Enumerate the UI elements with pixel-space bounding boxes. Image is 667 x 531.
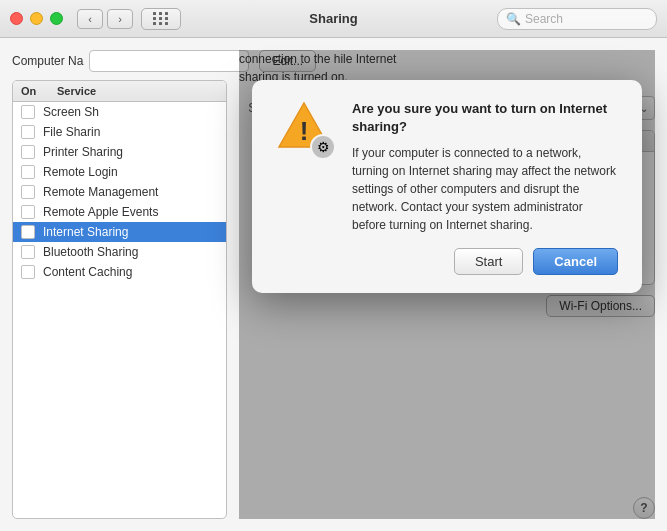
service-rows: Screen ShFile SharinPrinter SharingRemot… [13,102,226,282]
service-checkbox-internet-sharing[interactable] [21,225,35,239]
service-label-remote-apple-events: Remote Apple Events [43,205,158,219]
forward-button[interactable]: › [107,9,133,29]
service-row-file-sharing[interactable]: File Sharin [13,122,226,142]
modal-text-area: Are you sure you want to turn on Interne… [352,100,618,234]
back-button[interactable]: ‹ [77,9,103,29]
service-label-remote-management: Remote Management [43,185,158,199]
service-checkbox-file-sharing[interactable] [21,125,35,139]
col-on-header: On [21,85,57,97]
close-button[interactable] [10,12,23,25]
gear-badge-icon: ⚙ [310,134,336,160]
svg-text:!: ! [300,116,309,146]
search-placeholder: Search [525,12,563,26]
service-row-bluetooth-sharing[interactable]: Bluetooth Sharing [13,242,226,262]
right-panel-wrapper: connection to the hile Internet sharing … [239,50,655,519]
service-checkbox-remote-apple-events[interactable] [21,205,35,219]
modal-overlay: ! ⚙ Are you sure you want to turn on Int… [239,50,655,519]
modal-icon: ! ⚙ [276,100,336,160]
service-label-printer-sharing: Printer Sharing [43,145,123,159]
service-label-remote-login: Remote Login [43,165,118,179]
service-table-header: On Service [13,81,226,102]
grid-dots-icon [153,12,169,25]
cancel-button[interactable]: Cancel [533,248,618,275]
titlebar: ‹ › Sharing 🔍 Search [0,0,667,38]
service-row-content-caching[interactable]: Content Caching [13,262,226,282]
service-row-remote-apple-events[interactable]: Remote Apple Events [13,202,226,222]
window-title: Sharing [309,11,357,26]
modal-buttons: Start Cancel [276,248,618,275]
confirmation-modal: ! ⚙ Are you sure you want to turn on Int… [252,80,642,293]
service-row-internet-sharing[interactable]: Internet Sharing [13,222,226,242]
main-content: Computer Na Edit... On Service Screen Sh… [0,38,667,531]
service-checkbox-bluetooth-sharing[interactable] [21,245,35,259]
modal-title: Are you sure you want to turn on Interne… [352,100,618,136]
service-row-printer-sharing[interactable]: Printer Sharing [13,142,226,162]
service-checkbox-printer-sharing[interactable] [21,145,35,159]
nav-buttons: ‹ › [77,9,133,29]
computer-name-label: Computer Na [12,54,83,68]
service-checkbox-remote-management[interactable] [21,185,35,199]
left-panel: Computer Na Edit... On Service Screen Sh… [12,50,227,519]
service-label-screen-sharing: Screen Sh [43,105,99,119]
service-label-file-sharing: File Sharin [43,125,100,139]
service-checkbox-screen-sharing[interactable] [21,105,35,119]
service-row-remote-management[interactable]: Remote Management [13,182,226,202]
service-label-bluetooth-sharing: Bluetooth Sharing [43,245,138,259]
col-service-header: Service [57,85,218,97]
modal-body: If your computer is connected to a netwo… [352,144,618,234]
computer-name-input[interactable] [89,50,249,72]
search-box[interactable]: 🔍 Search [497,8,657,30]
search-icon: 🔍 [506,12,521,26]
app-grid-button[interactable] [141,8,181,30]
minimize-button[interactable] [30,12,43,25]
service-checkbox-remote-login[interactable] [21,165,35,179]
traffic-lights [10,12,63,25]
modal-top: ! ⚙ Are you sure you want to turn on Int… [276,100,618,234]
service-row-screen-sharing[interactable]: Screen Sh [13,102,226,122]
start-button[interactable]: Start [454,248,523,275]
service-checkbox-content-caching[interactable] [21,265,35,279]
service-row-remote-login[interactable]: Remote Login [13,162,226,182]
service-label-content-caching: Content Caching [43,265,132,279]
service-label-internet-sharing: Internet Sharing [43,225,128,239]
maximize-button[interactable] [50,12,63,25]
service-table: On Service Screen ShFile SharinPrinter S… [12,80,227,519]
computer-name-row: Computer Na Edit... [12,50,227,72]
